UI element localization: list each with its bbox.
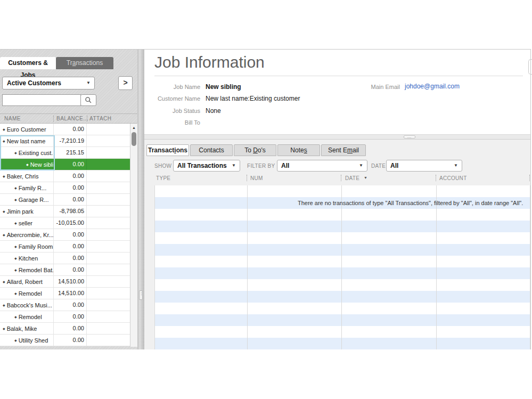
customer-name-cell[interactable]: ◆New last name (0, 135, 54, 146)
customer-row[interactable]: ◆Euro Customer0.00 (0, 124, 130, 135)
tab-label: Transact (148, 146, 174, 154)
customer-row[interactable]: ◆New last name-7,210.19 (0, 135, 130, 147)
diamond-icon[interactable]: ◆ (14, 315, 17, 319)
column-separator[interactable] (53, 116, 54, 122)
customer-name: New last name (7, 138, 46, 144)
column-separator[interactable] (436, 175, 436, 181)
column-header-balance[interactable]: BALANCE... (56, 116, 88, 121)
customer-name-cell[interactable]: ◆Allard, Robert (0, 276, 54, 287)
diamond-icon[interactable]: ◆ (14, 151, 17, 154)
column-header-num[interactable]: NUM (250, 175, 263, 181)
splitter-handle[interactable]: … (404, 135, 415, 139)
customer-name-cell[interactable]: ◆Kitchen (0, 253, 54, 264)
diamond-icon[interactable]: ◆ (3, 209, 5, 213)
job-information-panel: Job Information Job Name New sibling Cus… (144, 50, 530, 349)
diamond-icon[interactable]: ◆ (3, 174, 5, 178)
search-button[interactable] (80, 94, 96, 106)
tab-transactions[interactable]: Transactions (146, 144, 189, 156)
sort-descending-icon[interactable]: ▼ (364, 176, 367, 180)
tab-notes[interactable]: Notes (277, 144, 320, 156)
tab-to-dos[interactable]: To Do's (234, 144, 276, 156)
customer-row[interactable]: ◆Baker, Chris0.00 (0, 170, 130, 182)
column-header-type[interactable]: TYPE (156, 175, 170, 181)
attach-cell (87, 159, 130, 170)
diamond-icon[interactable]: ◆ (14, 198, 17, 201)
scroll-up-arrow-icon[interactable]: ▲ (130, 124, 137, 132)
customer-name-cell[interactable]: ◆New sibli... (0, 159, 54, 170)
customer-name-cell[interactable]: ◆Utility Shed (0, 335, 54, 346)
column-header-attach[interactable]: ATTACH (89, 116, 112, 121)
customer-row[interactable]: ◆seller-10,015.00 (0, 217, 130, 229)
diamond-icon[interactable]: ◆ (14, 268, 17, 272)
customer-row[interactable]: ◆Garage R...0.00 (0, 194, 130, 206)
customer-row[interactable]: ◆Family Room0.00 (0, 241, 130, 253)
date-filter-dropdown[interactable]: All ▼ (386, 160, 462, 172)
customer-row[interactable]: ◆Kitchen0.00 (0, 253, 130, 264)
diamond-icon[interactable]: ◆ (3, 233, 5, 237)
filter-by-dropdown[interactable]: All ▼ (277, 160, 367, 172)
customer-row[interactable]: ◆Jimin park-8,798.05 (0, 206, 130, 217)
tab-label-mnemonic: s (304, 146, 307, 154)
customer-row[interactable]: ◆Abercrombie, Kr...0.00 (0, 229, 130, 241)
diamond-icon[interactable]: ◆ (26, 162, 29, 166)
customer-row[interactable]: ◆Remodel0.00 (0, 311, 130, 323)
vertical-splitter[interactable]: ⋮ (137, 50, 144, 349)
field-label-job-name: Job Name (150, 84, 200, 90)
customer-name-cell[interactable]: ◆Baker, Chris (0, 170, 54, 182)
main-email-link[interactable]: johdoe@gmail.com (405, 83, 460, 90)
customer-row[interactable]: ◆Utility Shed0.00 (0, 335, 130, 346)
diamond-icon[interactable]: ◆ (14, 186, 17, 190)
tab-transactions-sidebar[interactable]: Transactions (56, 57, 113, 69)
customer-row[interactable]: ◆Babcock's Musi...0.00 (0, 299, 130, 311)
customer-list-filter-dropdown[interactable]: Active Customers ▼ (2, 77, 95, 89)
column-header-date[interactable]: DATE (345, 175, 359, 181)
column-header-name[interactable]: NAME (4, 116, 21, 121)
diamond-icon[interactable]: ◆ (3, 327, 5, 330)
customer-name-cell[interactable]: ◆Babcock's Musi... (0, 299, 54, 311)
customer-list-scrollbar[interactable]: ▲ (130, 124, 137, 347)
diamond-icon[interactable]: ◆ (3, 139, 5, 143)
customer-name-cell[interactable]: ◆Remodel (0, 288, 54, 299)
customer-row[interactable]: ◆New sibli...0.00 (0, 159, 130, 170)
customer-name-cell[interactable]: ◆Existing cust... (0, 147, 54, 158)
customer-row[interactable]: ◆Balak, Mike0.00 (0, 323, 130, 335)
customer-name-cell[interactable]: ◆Remodel Bat... (0, 264, 54, 275)
diamond-icon[interactable]: ◆ (14, 291, 17, 295)
search-input[interactable] (2, 94, 81, 106)
diamond-icon[interactable]: ◆ (14, 256, 17, 260)
customer-name-cell[interactable]: ◆Euro Customer (0, 124, 54, 135)
diamond-icon[interactable]: ◆ (14, 245, 17, 248)
customer-row[interactable]: ◆Existing cust...215.15 (0, 147, 130, 159)
column-separator[interactable] (341, 175, 341, 181)
column-header-account[interactable]: ACCOUNT (439, 175, 467, 181)
tab-sent-email[interactable]: Sent Email (321, 144, 366, 156)
customer-name-cell[interactable]: ◆Garage R... (0, 194, 54, 205)
customer-name-cell[interactable]: ◆Remodel (0, 311, 54, 322)
customer-name-cell[interactable]: ◆Abercrombie, Kr... (0, 229, 54, 240)
tab-customers-and-jobs[interactable]: Customers & Jobs (0, 57, 56, 69)
horizontal-splitter[interactable]: … (144, 134, 530, 140)
show-filter-dropdown[interactable]: All Transactions ▼ (173, 160, 240, 172)
customer-row[interactable]: ◆Remodel Bat...0.00 (0, 264, 130, 276)
column-separator[interactable] (529, 175, 530, 181)
diamond-icon[interactable]: ◆ (3, 127, 5, 131)
customer-name-cell[interactable]: ◆Family R... (0, 182, 54, 193)
scrollbar-thumb[interactable] (132, 132, 136, 146)
tab-contacts[interactable]: Contacts (190, 144, 233, 156)
customer-name-cell[interactable]: ◆Balak, Mike (0, 323, 54, 334)
customer-name-cell[interactable]: ◆seller (0, 217, 54, 229)
column-separator[interactable] (87, 116, 87, 122)
diamond-icon[interactable]: ◆ (14, 221, 17, 225)
customer-name-cell[interactable]: ◆Family Room (0, 241, 54, 252)
collapse-panel-button[interactable]: > (118, 76, 133, 90)
diamond-icon[interactable]: ◆ (3, 303, 5, 307)
diamond-icon[interactable]: ◆ (14, 338, 17, 342)
column-separator[interactable] (247, 175, 247, 181)
customer-row[interactable]: ◆Family R...0.00 (0, 182, 130, 194)
customer-row[interactable]: ◆Remodel14,510.00 (0, 288, 130, 299)
customer-name-cell[interactable]: ◆Jimin park (0, 206, 54, 217)
customer-row[interactable]: ◆Allard, Robert14,510.00 (0, 276, 130, 288)
splitter-handle[interactable]: ⋮ (139, 290, 143, 300)
balance-cell: -8,798.05 (54, 206, 87, 217)
diamond-icon[interactable]: ◆ (3, 280, 5, 283)
